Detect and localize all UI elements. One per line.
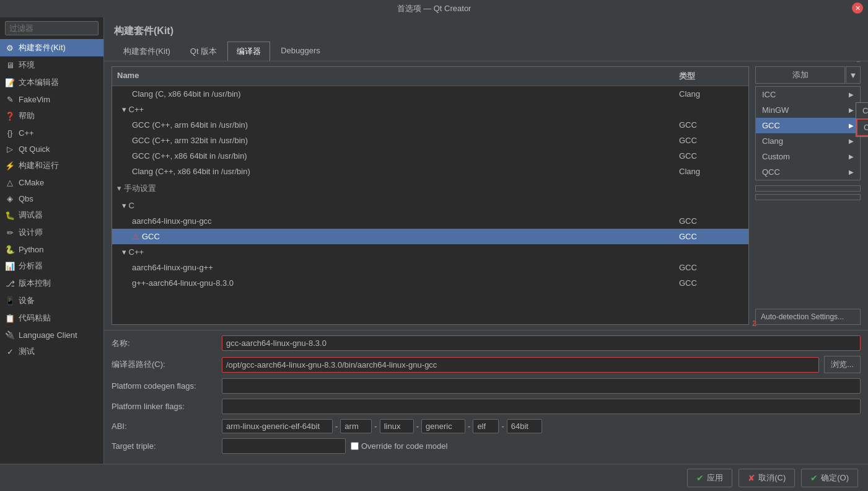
- override-checkbox[interactable]: [351, 442, 359, 450]
- mingw-arrow: ▶: [849, 107, 854, 113]
- list-item-gcc-cpp-x86[interactable]: GCC (C++, x86 64bit in /usr/bin) GCC: [112, 148, 748, 164]
- abi-os-select[interactable]: linux: [380, 419, 414, 433]
- sidebar-item-fakevim[interactable]: ✎ FakeVim: [0, 91, 103, 107]
- sidebar-item-langclient[interactable]: 🔌 Language Client: [0, 327, 103, 343]
- group-label-c: ▾ C: [112, 200, 674, 211]
- item-name: GCC (C++, arm 64bit in /usr/bin): [112, 119, 674, 131]
- cancel-button[interactable]: ✘ 取消(C): [739, 469, 795, 487]
- delete-button[interactable]: [755, 194, 861, 200]
- abi-main-select[interactable]: arm-linux-generic-elf-64bit: [222, 419, 333, 433]
- list-item-clang-cpp[interactable]: Clang (C++, x86 64bit in /usr/bin) Clang: [112, 164, 748, 179]
- sidebar-item-env[interactable]: 🖥 环境: [0, 56, 103, 74]
- sidebar-item-help[interactable]: ❓ 帮助: [0, 107, 103, 125]
- codegen-input[interactable]: [222, 378, 861, 394]
- tab-qt-version[interactable]: Qt 版本: [181, 42, 226, 61]
- abi-selects: arm-linux-generic-elf-64bit - arm - linu…: [222, 419, 542, 433]
- browse-button[interactable]: 浏览...: [824, 356, 861, 373]
- compiler-path-input[interactable]: [222, 357, 819, 373]
- content-area: 构建套件(Kit) 构建套件(Kit) Qt 版本 编译器 Debuggers …: [104, 17, 868, 464]
- gcc-label: GCC: [762, 121, 780, 130]
- sidebar-item-qtquick[interactable]: ▷ Qt Quick: [0, 141, 103, 157]
- sidebar-item-python[interactable]: 🐍 Python: [0, 241, 103, 257]
- tab-debuggers[interactable]: Debuggers: [271, 42, 330, 61]
- group-label-cpp2: ▾ C++: [112, 246, 674, 258]
- tab-compiler[interactable]: 编译器: [227, 42, 270, 61]
- target-triple-input[interactable]: [222, 438, 346, 454]
- abi-flavor-select[interactable]: generic: [421, 419, 465, 433]
- sidebar-item-analyzer[interactable]: 📊 分析器: [0, 257, 103, 275]
- list-scroll[interactable]: Clang (C, x86 64bit in /usr/bin) Clang ▾…: [112, 86, 748, 324]
- dropdown-item-mingw[interactable]: MinGW ▶: [756, 102, 860, 118]
- list-item-group-cpp1[interactable]: ▾ C++: [112, 102, 748, 117]
- gcc-sub-c[interactable]: C: [856, 103, 868, 118]
- sidebar-item-editor[interactable]: 📝 文本编辑器: [0, 74, 103, 91]
- compiler-path-label: 编译器路径(C):: [112, 359, 217, 370]
- ok-icon: ✔: [810, 473, 818, 483]
- sidebar-item-debugger[interactable]: 🐛 调试器: [0, 206, 103, 224]
- list-item-c-group[interactable]: ▾ C: [112, 198, 748, 213]
- ok-button[interactable]: ✔ 确定(O): [801, 469, 858, 487]
- abi-arch-select[interactable]: arm: [340, 419, 372, 433]
- sidebar-label-cmake: CMake: [19, 178, 44, 187]
- linker-input[interactable]: [222, 399, 861, 414]
- right-panel: 1 添加 ▼ ICC ▶ MinGW ▶: [755, 66, 861, 325]
- sidebar-item-test[interactable]: ✓ 测试: [0, 343, 103, 360]
- dropdown-item-icc[interactable]: ICC ▶: [756, 87, 860, 102]
- header-name: Name: [112, 69, 674, 83]
- sidebar-item-qbs[interactable]: ◈ Qbs: [0, 190, 103, 206]
- ok-label: 确定(O): [821, 472, 849, 484]
- sidebar-label-buildrun: 构建和运行: [19, 160, 59, 171]
- sidebar-item-kit[interactable]: ⚙ 构建套件(Kit): [0, 39, 103, 56]
- dropdown-item-custom[interactable]: Custom ▶: [756, 149, 860, 164]
- dropdown-item-gcc[interactable]: GCC ▶: [756, 118, 860, 133]
- filter-input[interactable]: [5, 21, 99, 35]
- list-item[interactable]: Clang (C, x86 64bit in /usr/bin) Clang: [112, 86, 748, 102]
- sidebar-item-codepaste[interactable]: 📋 代码粘贴: [0, 309, 103, 327]
- abi-dash-5: -: [501, 422, 504, 431]
- sidebar-label-vcs: 版本控制: [19, 278, 51, 289]
- list-item-gcc-selected[interactable]: ⚠GCC GCC: [112, 229, 748, 244]
- main-layout: ⚙ 构建套件(Kit) 🖥 环境 📝 文本编辑器 ✎ FakeVim ❓ 帮助 …: [0, 17, 868, 464]
- sidebar-label-python: Python: [19, 245, 43, 254]
- gcc-sub-cpp[interactable]: C++: [856, 118, 868, 136]
- sidebar-item-cpp[interactable]: {} C++: [0, 125, 103, 141]
- codegen-label: Platform codegen flags:: [112, 381, 217, 391]
- name-input[interactable]: [222, 335, 861, 351]
- form-row-target: Target triple: Override for code model: [112, 438, 861, 454]
- abi-bits-select[interactable]: 64bit: [507, 419, 542, 433]
- item-type: GCC: [674, 262, 748, 273]
- auto-detect-button[interactable]: Auto-detection Settings...: [755, 309, 861, 325]
- list-item-cpp-group2[interactable]: ▾ C++: [112, 244, 748, 260]
- form-row-abi: ABI: arm-linux-generic-elf-64bit - arm -…: [112, 419, 861, 433]
- apply-button[interactable]: ✔ 应用: [687, 469, 732, 487]
- tab-kit[interactable]: 构建套件(Kit): [114, 42, 180, 61]
- group-label-cpp: ▾ C++: [112, 104, 674, 115]
- clang-arrow: ▶: [849, 138, 854, 144]
- dropdown-item-clang[interactable]: Clang ▶: [756, 133, 860, 149]
- apply-icon: ✔: [696, 473, 704, 483]
- sidebar-item-devices[interactable]: 📱 设备: [0, 292, 103, 309]
- cmake-icon: △: [5, 177, 15, 187]
- sidebar-item-buildrun[interactable]: ⚡ 构建和运行: [0, 157, 103, 174]
- sidebar-item-designer[interactable]: ✏ 设计师: [0, 224, 103, 241]
- sidebar-item-cmake[interactable]: △ CMake: [0, 174, 103, 190]
- cpp-icon: {}: [5, 128, 15, 138]
- list-item-manual-group[interactable]: ▾ 手动设置: [112, 179, 748, 198]
- list-item-aarch64-gcc[interactable]: aarch64-linux-gnu-gcc GCC: [112, 213, 748, 229]
- list-item-gcc-cpp-arm64[interactable]: GCC (C++, arm 64bit in /usr/bin) GCC: [112, 117, 748, 133]
- abi-format-select[interactable]: elf: [473, 419, 499, 433]
- add-dropdown-btn[interactable]: ▼: [846, 66, 861, 84]
- list-item-aarch64-gpp[interactable]: aarch64-linux-gnu-g++ GCC: [112, 260, 748, 275]
- list-item-gcc-cpp-arm32[interactable]: GCC (C++, arm 32bit in /usr/bin) GCC: [112, 133, 748, 148]
- action-buttons: [755, 185, 861, 200]
- add-button[interactable]: 添加: [755, 66, 845, 84]
- list-item-gpp-aarch64[interactable]: g++-aarch64-linux-gnu-8.3.0 GCC: [112, 275, 748, 291]
- clone-button[interactable]: [755, 185, 861, 192]
- close-button[interactable]: ✕: [852, 2, 863, 14]
- dropdown-item-qcc[interactable]: QCC ▶: [756, 164, 860, 180]
- abi-dash-4: -: [468, 422, 470, 431]
- add-button-row: 添加 ▼: [755, 66, 861, 84]
- env-icon: 🖥: [5, 60, 15, 70]
- item-type: GCC: [674, 135, 748, 146]
- sidebar-item-vcs[interactable]: ⎇ 版本控制: [0, 275, 103, 292]
